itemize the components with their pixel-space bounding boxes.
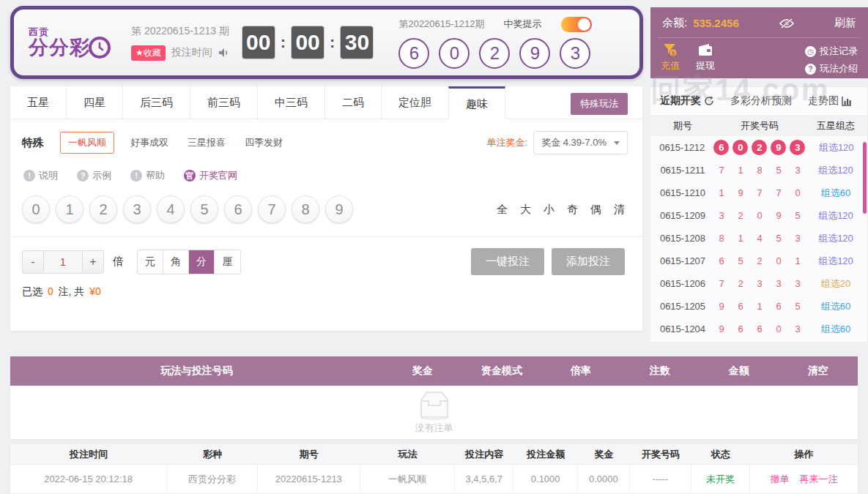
main-tab-3[interactable]: 后三码 bbox=[123, 86, 190, 119]
orders-col-6: 投注金额 bbox=[513, 448, 578, 461]
unit-3[interactable]: 分 bbox=[189, 250, 215, 274]
order-row: 2022-06-15 20:12:18西贡分分彩20220615-1213一帆风… bbox=[10, 465, 858, 494]
main-tab-5[interactable]: 中三码 bbox=[258, 86, 325, 119]
quick-select-3[interactable]: 小 bbox=[544, 203, 554, 217]
quick-select-1[interactable]: 全 bbox=[497, 203, 508, 217]
withdraw-button[interactable]: 提现 bbox=[696, 43, 715, 75]
main-tab-4[interactable]: 前三码 bbox=[190, 86, 258, 119]
sub-play-3[interactable]: 三星报喜 bbox=[188, 136, 226, 149]
draw-digit: 7 bbox=[774, 187, 784, 198]
pattern-link[interactable]: 组选120 bbox=[804, 232, 867, 245]
pattern-link[interactable]: 组选120 bbox=[805, 141, 867, 154]
eye-off-icon[interactable] bbox=[779, 18, 795, 29]
help-link-4[interactable]: 官开奖官网 bbox=[184, 169, 237, 182]
balance-label: 余额: bbox=[662, 16, 687, 30]
unit-1[interactable]: 元 bbox=[138, 250, 163, 274]
quick-select-4[interactable]: 奇 bbox=[567, 203, 578, 217]
draw-digit: 5 bbox=[774, 165, 784, 176]
play-intro-link[interactable]: ? 玩法介绍 bbox=[805, 62, 858, 75]
number-ball-3[interactable]: 3 bbox=[123, 195, 151, 223]
pattern-link[interactable]: 组选60 bbox=[804, 187, 867, 200]
draw-period: 0615-1206 bbox=[650, 278, 715, 289]
win-tip-toggle[interactable] bbox=[561, 17, 592, 32]
recharge-button[interactable]: $ 充值 bbox=[661, 43, 680, 75]
draw-digit: 3 bbox=[793, 323, 803, 334]
sub-play-2[interactable]: 好事成双 bbox=[130, 136, 168, 149]
multiplier-input[interactable] bbox=[44, 250, 82, 274]
draw-digit: 3 bbox=[755, 278, 765, 289]
special-play-button[interactable]: 特殊玩法 bbox=[571, 93, 628, 115]
draw-digit: 1 bbox=[793, 255, 803, 266]
one-key-bet-button[interactable]: 一键投注 bbox=[471, 248, 544, 275]
order-action-2[interactable]: 再来一注 bbox=[799, 473, 837, 486]
draw-digit: 6 bbox=[717, 255, 727, 266]
refresh-balance-button[interactable]: 刷新 bbox=[834, 16, 856, 30]
play-intro-label: 玩法介绍 bbox=[820, 62, 858, 75]
pattern-link[interactable]: 组选120 bbox=[804, 255, 867, 268]
main-tab-1[interactable]: 五星 bbox=[10, 86, 67, 119]
orders-rows: 2022-06-15 20:12:18西贡分分彩20220615-1213一帆风… bbox=[10, 465, 858, 494]
pattern-link[interactable]: 组选60 bbox=[804, 300, 867, 313]
speaker-icon[interactable] bbox=[218, 48, 230, 58]
orders-col-9: 状态 bbox=[691, 448, 750, 461]
tab-trend-chart[interactable]: 走势图 bbox=[808, 94, 852, 108]
quick-select-6[interactable]: 清 bbox=[614, 203, 625, 217]
multiplier-decrease-button[interactable]: - bbox=[22, 250, 44, 274]
pattern-link[interactable]: 组选20 bbox=[804, 277, 867, 291]
number-ball-9[interactable]: 9 bbox=[325, 195, 353, 223]
help-links: !说明?示例!帮助官开奖官网 bbox=[10, 162, 642, 185]
last-draw-number: 6 bbox=[398, 38, 429, 69]
orders-section: 投注时间彩种期号玩法投注内容投注金额奖金开奖号码状态操作 2022-06-15 … bbox=[10, 444, 858, 494]
pattern-link[interactable]: 组选120 bbox=[804, 164, 867, 177]
pattern-link[interactable]: 组选60 bbox=[804, 323, 867, 336]
prize-select[interactable]: 奖金 4.39-7.0% bbox=[533, 131, 628, 154]
order-cell-2: 西贡分分彩 bbox=[167, 465, 258, 493]
sub-play-4[interactable]: 四季发财 bbox=[245, 136, 283, 149]
tab-recent-draws[interactable]: 近期开奖 bbox=[660, 94, 714, 108]
bet-record-link[interactable]: ◷ 投注记录 bbox=[805, 45, 858, 58]
number-ball-4[interactable]: 4 bbox=[157, 195, 185, 223]
multiplier-increase-button[interactable]: + bbox=[82, 250, 104, 274]
countdown-hours: 00 bbox=[242, 26, 275, 59]
main-tab-7[interactable]: 定位胆 bbox=[382, 86, 449, 119]
last-draw-period: 第20220615-1212期 bbox=[398, 18, 484, 31]
number-ball-2[interactable]: 2 bbox=[89, 195, 117, 223]
help-link-1[interactable]: !说明 bbox=[23, 169, 58, 182]
sub-play-1[interactable]: 一帆风顺 bbox=[60, 132, 114, 154]
draw-row: 0615-120672333组选20 bbox=[650, 272, 867, 295]
main-tab-2[interactable]: 四星 bbox=[67, 86, 123, 119]
draw-numbers: 96603 bbox=[715, 323, 804, 334]
unit-2[interactable]: 角 bbox=[163, 250, 189, 274]
number-ball-1[interactable]: 1 bbox=[56, 195, 84, 223]
draw-digit: 5 bbox=[774, 233, 784, 244]
add-bet-button[interactable]: 添加投注 bbox=[552, 248, 625, 275]
number-ball-0[interactable]: 0 bbox=[22, 195, 50, 223]
help-link-3[interactable]: !帮助 bbox=[130, 169, 165, 182]
logo-main-text: 分分彩 bbox=[29, 38, 90, 58]
quick-select-2[interactable]: 大 bbox=[520, 203, 531, 217]
main-tab-6[interactable]: 二码 bbox=[325, 86, 382, 119]
orders-col-5: 投注内容 bbox=[455, 448, 513, 461]
number-ball-6[interactable]: 6 bbox=[224, 195, 252, 223]
unit-4[interactable]: 厘 bbox=[215, 250, 240, 274]
cart-col-5: 注数 bbox=[620, 364, 700, 378]
favorite-badge[interactable]: ★收藏 bbox=[131, 45, 166, 61]
pattern-link[interactable]: 组选120 bbox=[804, 209, 867, 222]
svg-text:$: $ bbox=[672, 50, 675, 56]
quick-select-5[interactable]: 偶 bbox=[590, 203, 601, 217]
sidebar-scrollbar[interactable] bbox=[863, 142, 867, 214]
help-link-icon: 官 bbox=[184, 170, 196, 181]
draw-digit: 7 bbox=[717, 278, 727, 289]
number-ball-7[interactable]: 7 bbox=[258, 195, 286, 223]
main-tab-8[interactable]: 趣味 bbox=[448, 86, 505, 119]
draw-row: 0615-120596165组选60 bbox=[650, 295, 867, 318]
help-link-2[interactable]: ?示例 bbox=[77, 169, 111, 182]
betting-panel: 五星四星后三码前三码中三码二码定位胆趣味特殊玩法 特殊 一帆风顺好事成双三星报喜… bbox=[10, 86, 642, 331]
cart-head: 玩法与投注号码奖金资金模式倍率注数金额清空 bbox=[10, 356, 858, 386]
order-action-1[interactable]: 撤单 bbox=[770, 473, 789, 486]
number-ball-5[interactable]: 5 bbox=[190, 195, 218, 223]
tab-analysis[interactable]: 多彩分析预测 bbox=[730, 94, 792, 108]
draw-digit: 9 bbox=[736, 187, 746, 198]
order-cell-7: 0.0000 bbox=[578, 465, 630, 493]
number-ball-8[interactable]: 8 bbox=[292, 195, 319, 223]
